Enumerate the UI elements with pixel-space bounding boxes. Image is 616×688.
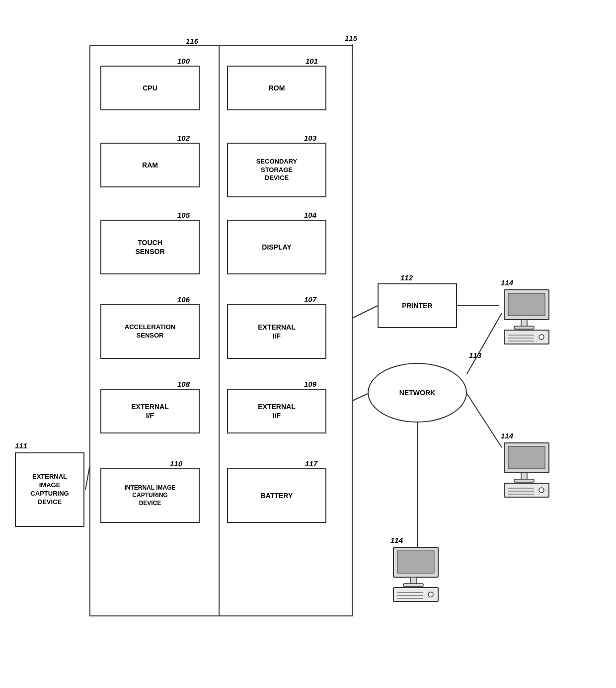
ref-108: 108	[177, 380, 190, 388]
ref-114-mid: 114	[501, 431, 513, 440]
external-if-107-box: EXTERNALI/F	[227, 304, 326, 359]
ref-100: 100	[177, 57, 190, 65]
computer-bottom-center	[388, 545, 448, 604]
display-box: DISPLAY	[227, 220, 326, 274]
svg-rect-36	[397, 551, 434, 573]
ref-114-bot: 114	[390, 536, 403, 544]
ref-114-top: 114	[501, 278, 513, 287]
ref-117: 117	[305, 459, 317, 468]
svg-rect-29	[514, 479, 534, 482]
ref-115: 115	[345, 34, 357, 42]
svg-point-22	[539, 335, 544, 340]
ref-103: 103	[304, 134, 316, 142]
main-device-box: 116 100 CPU 101 ROM 102 RAM 103 SECONDAR…	[89, 45, 353, 616]
ref-112: 112	[400, 273, 413, 282]
external-if-108-box: EXTERNALI/F	[100, 389, 200, 433]
ref-107: 107	[304, 295, 316, 304]
svg-line-9	[467, 313, 502, 374]
diagram-container: 115 116 100 CPU 101 ROM 102 RAM 103 SECO…	[15, 15, 601, 671]
acceleration-sensor-box: ACCELERATIONSENSOR	[100, 304, 200, 359]
printer-box: PRINTER	[378, 283, 457, 328]
ref-102: 102	[177, 134, 190, 142]
computer-top-right	[499, 287, 559, 347]
svg-rect-20	[514, 326, 534, 329]
ref-101: 101	[306, 57, 318, 65]
touch-sensor-box: TOUCHSENSOR	[100, 220, 200, 274]
svg-line-10	[467, 394, 502, 447]
ram-box: RAM	[100, 143, 200, 187]
ref-110: 110	[170, 459, 182, 468]
ref-116: 116	[186, 37, 198, 45]
external-image-device-box: EXTERNALIMAGECAPTURINGDEVICE	[15, 452, 84, 527]
external-if-109-box: EXTERNALI/F	[227, 389, 326, 433]
svg-rect-27	[508, 446, 545, 469]
network-ellipse: NETWORK	[368, 363, 467, 423]
ref-109: 109	[304, 380, 316, 388]
ref-104: 104	[304, 211, 316, 219]
computer-mid-right	[499, 440, 559, 500]
battery-box: BATTERY	[227, 468, 326, 523]
cpu-box: CPU	[100, 66, 200, 110]
rom-box: ROM	[227, 66, 326, 110]
ref-106: 106	[177, 295, 190, 304]
svg-rect-38	[403, 584, 423, 587]
ref-113: 113	[469, 351, 481, 359]
secondary-storage-box: SECONDARYSTORAGEDEVICE	[227, 143, 326, 197]
svg-point-31	[539, 488, 544, 493]
ref-111: 111	[15, 441, 27, 450]
svg-point-40	[428, 592, 433, 597]
ref-105: 105	[177, 211, 190, 219]
svg-rect-18	[508, 293, 545, 316]
internal-image-box: INTERNAL IMAGECAPTURINGDEVICE	[100, 468, 200, 523]
